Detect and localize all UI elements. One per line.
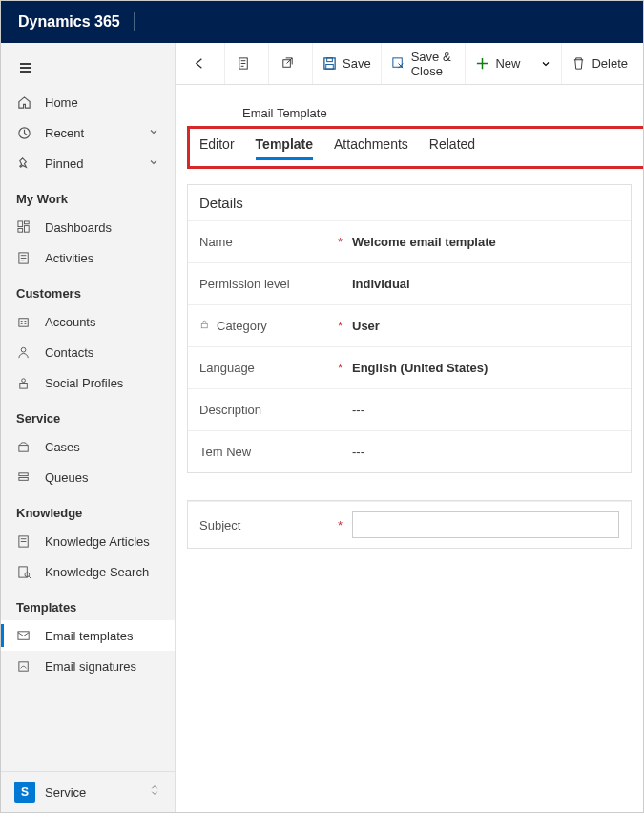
sidebar-item-recent[interactable]: Recent	[1, 117, 175, 148]
tab-attachments[interactable]: Attachments	[334, 136, 408, 160]
home-icon	[16, 94, 31, 110]
recent-icon	[16, 125, 31, 140]
new-button[interactable]: New	[466, 43, 530, 84]
pinned-icon	[16, 156, 31, 171]
hamburger-button[interactable]	[1, 52, 175, 87]
tab-editor[interactable]: Editor	[199, 136, 235, 160]
ksearch-icon	[16, 564, 31, 579]
sidebar-item-label: Home	[45, 95, 78, 110]
field-label: Tem New	[199, 445, 251, 459]
sidebar-item-queues[interactable]: Queues	[1, 462, 175, 492]
required-mark: *	[338, 518, 343, 532]
subject-input[interactable]	[352, 511, 619, 538]
sidebar-item-dashboards[interactable]: Dashboards	[1, 212, 175, 242]
area-badge: S	[14, 782, 35, 803]
karticle-icon	[16, 533, 31, 549]
sidebar: HomeRecentPinned My WorkDashboardsActivi…	[1, 43, 176, 812]
save-button[interactable]: Save	[313, 43, 382, 84]
contacts-icon	[16, 344, 31, 360]
field-value: User	[352, 319, 619, 333]
tab-related[interactable]: Related	[429, 136, 475, 160]
sidebar-item-label: Knowledge Articles	[45, 534, 150, 549]
sidebar-item-social-profiles[interactable]: Social Profiles	[1, 367, 175, 398]
sidebar-item-accounts[interactable]: Accounts	[1, 306, 175, 337]
lock-icon	[199, 319, 213, 333]
sidebar-item-knowledge-search[interactable]: Knowledge Search	[1, 556, 175, 587]
subject-label: Subject	[199, 518, 240, 532]
sidebar-group-my-work: My Work	[1, 178, 175, 212]
delete-button[interactable]: Delete	[562, 43, 637, 84]
subject-section: Subject *	[187, 500, 632, 549]
sort-icon	[148, 783, 161, 801]
save-close-label: Save & Close	[411, 50, 456, 78]
social-icon	[16, 375, 31, 390]
sidebar-item-knowledge-articles[interactable]: Knowledge Articles	[1, 526, 175, 556]
queues-icon	[16, 469, 31, 485]
sidebar-item-label: Queues	[45, 470, 89, 485]
sidebar-item-contacts[interactable]: Contacts	[1, 337, 175, 367]
accounts-icon	[16, 314, 31, 329]
cases-icon	[16, 439, 31, 454]
main-area: Save Save & Close New Delete Email Templ…	[176, 43, 643, 812]
field-label: Description	[199, 403, 261, 417]
chevron-down-icon	[148, 156, 159, 171]
field-permission-level[interactable]: Permission levelIndividual	[188, 262, 631, 304]
sidebar-item-label: Cases	[45, 440, 80, 454]
sidebar-group-knowledge: Knowledge	[1, 492, 175, 526]
sidebar-item-label: Knowledge Search	[45, 565, 149, 579]
open-button[interactable]	[269, 43, 313, 84]
field-tem-new[interactable]: Tem New---	[188, 430, 631, 472]
field-label: Category	[217, 319, 267, 333]
area-switcher[interactable]: S Service	[1, 771, 175, 812]
field-value: Welcome email template	[352, 235, 619, 249]
entity-label: Email Template	[176, 85, 643, 120]
sidebar-item-cases[interactable]: Cases	[1, 431, 175, 462]
sidebar-item-label: Contacts	[45, 345, 93, 360]
command-bar: Save Save & Close New Delete	[176, 43, 643, 85]
area-label: Service	[45, 785, 86, 800]
sidebar-item-activities[interactable]: Activities	[1, 242, 175, 273]
sidebar-item-label: Email templates	[45, 629, 133, 643]
activities-icon	[16, 250, 31, 265]
delete-label: Delete	[592, 56, 628, 71]
sidebar-item-email-templates[interactable]: Email templates	[1, 620, 175, 651]
field-label: Name	[199, 235, 233, 249]
required-mark: *	[338, 319, 343, 333]
field-label: Permission level	[199, 277, 290, 291]
tab-template[interactable]: Template	[256, 136, 313, 160]
app-title: Dynamics 365	[18, 13, 120, 31]
section-title: Details	[188, 185, 631, 220]
emailtpl-icon	[16, 628, 31, 643]
sidebar-item-home[interactable]: Home	[1, 87, 175, 117]
sidebar-item-pinned[interactable]: Pinned	[1, 148, 175, 178]
app-header: Dynamics 365	[1, 1, 643, 43]
header-divider	[134, 12, 135, 31]
save-close-button[interactable]: Save & Close	[382, 43, 467, 84]
field-description[interactable]: Description---	[188, 388, 631, 430]
field-category[interactable]: Category*User	[188, 304, 631, 346]
field-value: ---	[352, 403, 619, 417]
emailsig-icon	[16, 658, 31, 674]
tabs-highlight: EditorTemplateAttachmentsRelated	[187, 126, 643, 169]
sidebar-item-label: Accounts	[45, 315, 95, 329]
sidebar-item-label: Recent	[45, 126, 84, 140]
dashboard-icon	[16, 219, 31, 235]
sidebar-item-label: Email signatures	[45, 659, 136, 674]
sidebar-group-templates: Templates	[1, 587, 175, 620]
tab-row: EditorTemplateAttachmentsRelated	[199, 136, 643, 160]
field-label: Language	[199, 361, 255, 375]
field-name[interactable]: Name*Welcome email template	[188, 220, 631, 262]
new-chevron[interactable]	[530, 43, 562, 84]
doc-button[interactable]	[225, 43, 269, 84]
field-language[interactable]: Language*English (United States)	[188, 346, 631, 388]
back-button[interactable]	[181, 43, 225, 84]
required-mark: *	[338, 361, 343, 375]
sidebar-group-service: Service	[1, 398, 175, 431]
sidebar-item-email-signatures[interactable]: Email signatures	[1, 651, 175, 681]
field-value: English (United States)	[352, 361, 619, 375]
field-value: ---	[352, 445, 619, 459]
new-label: New	[495, 56, 520, 71]
field-value: Individual	[352, 277, 619, 291]
sidebar-group-customers: Customers	[1, 273, 175, 306]
save-label: Save	[343, 56, 371, 71]
